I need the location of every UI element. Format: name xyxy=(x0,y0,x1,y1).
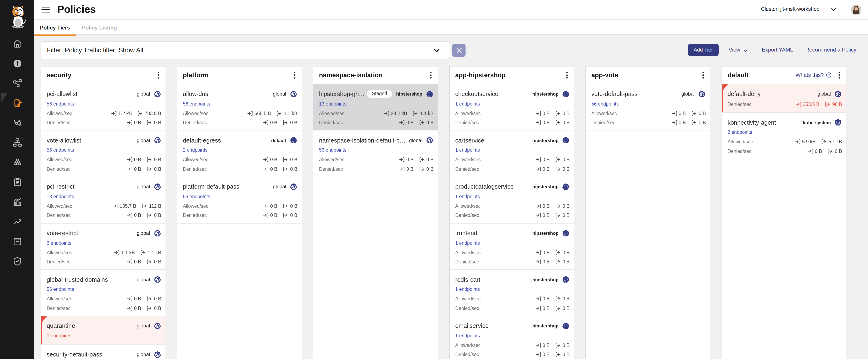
svg-text:?: ? xyxy=(828,73,830,77)
svg-text:ns: ns xyxy=(565,188,566,190)
svg-text:ns: ns xyxy=(565,327,566,329)
svg-text:ns: ns xyxy=(565,281,566,282)
svg-text:ns: ns xyxy=(565,234,566,236)
svg-text:ns: ns xyxy=(565,142,566,143)
svg-text:ns: ns xyxy=(293,142,294,143)
svg-text:ns: ns xyxy=(565,95,566,96)
svg-text:ns: ns xyxy=(837,124,839,125)
svg-text:ns: ns xyxy=(429,95,430,96)
